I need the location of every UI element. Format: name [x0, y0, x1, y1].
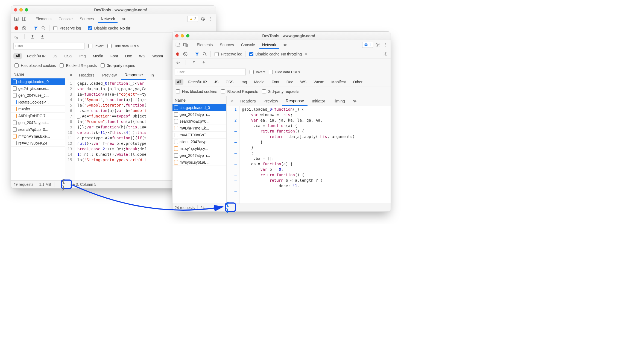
tab-elements[interactable]: Elements	[194, 41, 215, 49]
upload-har-icon[interactable]	[191, 60, 197, 66]
request-row[interactable]: m=sy1r,sybt,sy...	[172, 145, 226, 152]
more-icon[interactable]: ⋮	[382, 42, 388, 48]
filter-input[interactable]: Filter	[13, 43, 84, 49]
request-row[interactable]: cb=gapi.loaded_0	[172, 104, 226, 111]
chip-ws[interactable]: WS	[298, 79, 309, 85]
chip-js[interactable]: JS	[51, 53, 59, 59]
chip-ws[interactable]: WS	[137, 53, 148, 59]
tab-headers[interactable]: Headers	[237, 96, 259, 105]
request-row[interactable]: A6DkqFxHDGl7...	[11, 113, 65, 119]
hide-data-urls-checkbox[interactable]: Hide data URLs	[268, 69, 300, 75]
tab-sources[interactable]: Sources	[77, 15, 96, 23]
maximize-icon[interactable]	[25, 8, 28, 11]
chip-wasm[interactable]: Wasm	[150, 53, 165, 59]
filter-input[interactable]: Filter	[175, 69, 246, 75]
request-row[interactable]: gen_204?atyp=i...	[172, 152, 226, 159]
chip-css[interactable]: CSS	[62, 53, 74, 59]
close-icon[interactable]: ×	[68, 73, 75, 78]
blocked-requests-checkbox[interactable]: Blocked Requests	[58, 63, 97, 68]
disable-cache-checkbox[interactable]: Disable cache	[87, 25, 118, 31]
tab-response[interactable]: Response	[121, 70, 146, 80]
close-icon[interactable]	[175, 34, 178, 37]
chip-media[interactable]: Media	[91, 53, 106, 59]
chip-doc[interactable]: Doc	[284, 79, 295, 85]
chip-wasm[interactable]: Wasm	[311, 79, 326, 85]
settings-icon[interactable]	[375, 42, 381, 48]
column-header-name[interactable]: Name	[172, 96, 226, 104]
tab-response[interactable]: Response	[282, 96, 308, 106]
chip-img[interactable]: Img	[77, 53, 88, 59]
tab-elements[interactable]: Elements	[33, 15, 54, 23]
chip-doc[interactable]: Doc	[123, 53, 134, 59]
request-row[interactable]: cb=gapi.loaded_0	[11, 78, 65, 85]
disable-cache-checkbox[interactable]: Disable cache	[248, 51, 280, 57]
request-row[interactable]: search?q&cp=0...	[11, 126, 65, 133]
request-row[interactable]: gen_204?use_c...	[11, 92, 65, 99]
close-icon[interactable]: ×	[229, 99, 236, 104]
tab-console[interactable]: Console	[56, 15, 75, 23]
network-settings-icon[interactable]	[382, 51, 388, 57]
request-row[interactable]: m=DhPYme,Ek...	[172, 125, 226, 132]
clear-icon[interactable]	[21, 25, 27, 31]
upload-har-icon[interactable]	[30, 34, 36, 40]
network-conditions-icon[interactable]: ⚙	[13, 34, 19, 40]
chip-img[interactable]: Img	[238, 79, 249, 85]
tab-initiator[interactable]: In	[147, 70, 157, 80]
tabs-overflow[interactable]: ≫	[349, 96, 360, 106]
tab-preview[interactable]: Preview	[260, 96, 281, 105]
request-row[interactable]: RotateCookiesP...	[11, 99, 65, 106]
tab-headers[interactable]: Headers	[76, 70, 98, 80]
chip-fetch[interactable]: Fetch/XHR	[186, 79, 209, 85]
tabs-overflow[interactable]: ≫	[280, 41, 290, 49]
settings-icon[interactable]	[200, 16, 206, 22]
request-row[interactable]: client_204?atyp...	[172, 139, 226, 145]
has-blocked-cookies-checkbox[interactable]: Has blocked cookies	[175, 89, 217, 94]
request-row[interactable]: get?rt=j&sourcei...	[11, 85, 65, 92]
request-row[interactable]: rs=ACT90oGsT...	[172, 132, 226, 139]
search-icon[interactable]	[40, 25, 46, 31]
tab-network[interactable]: Network	[259, 41, 279, 49]
chip-other[interactable]: Other	[351, 79, 365, 85]
close-icon[interactable]	[14, 8, 17, 11]
invert-checkbox[interactable]: Invert	[87, 43, 104, 49]
issues-chip[interactable]: ▲2	[187, 16, 198, 22]
network-conditions-icon[interactable]	[175, 60, 181, 66]
chip-manifest[interactable]: Manifest	[329, 79, 348, 85]
third-party-checkbox[interactable]: 3rd-party requests	[261, 89, 299, 94]
invert-checkbox[interactable]: Invert	[248, 69, 265, 75]
blocked-requests-checkbox[interactable]: Blocked Requests	[220, 89, 258, 94]
minimize-icon[interactable]	[19, 8, 23, 11]
has-blocked-cookies-checkbox[interactable]: Has blocked cookies	[13, 63, 56, 68]
request-row[interactable]: m=DhPYme,Eke...	[11, 133, 65, 140]
chip-fetch[interactable]: Fetch/XHR	[25, 53, 48, 59]
record-button[interactable]	[175, 51, 181, 57]
response-source[interactable]: 1 – 2 – – – – – – – – – – – – – gapi.loa…	[227, 106, 391, 204]
chip-font[interactable]: Font	[270, 79, 282, 85]
filter-icon[interactable]	[194, 51, 200, 57]
throttling-select[interactable]: No throttling ▾	[281, 52, 307, 56]
request-row[interactable]: rs=ACT90oFKZ4	[11, 140, 65, 147]
hide-data-urls-checkbox[interactable]: Hide data URLs	[106, 43, 139, 49]
tab-network[interactable]: Network	[98, 15, 118, 23]
minimize-icon[interactable]	[181, 34, 184, 37]
preserve-log-checkbox[interactable]: Preserve log	[213, 51, 242, 57]
third-party-checkbox[interactable]: 3rd-party reques	[99, 63, 135, 68]
request-row[interactable]: m=hfcr	[11, 106, 65, 113]
clear-icon[interactable]	[182, 51, 188, 57]
download-har-icon[interactable]	[39, 34, 45, 40]
tab-initiator[interactable]: Initiator	[309, 96, 329, 105]
tab-console[interactable]: Console	[238, 41, 258, 49]
more-icon[interactable]: ⋮	[207, 16, 213, 22]
record-button[interactable]	[13, 25, 19, 31]
request-row[interactable]: gen_204?atyp=i...	[11, 119, 65, 126]
preserve-log-checkbox[interactable]: Preserve log	[52, 25, 81, 31]
column-header-name[interactable]: Name	[11, 70, 65, 78]
chip-all[interactable]: All	[13, 53, 22, 59]
device-icon[interactable]	[21, 16, 27, 22]
device-icon[interactable]	[182, 42, 188, 48]
chip-css[interactable]: CSS	[223, 79, 236, 85]
tabs-overflow[interactable]: ≫	[119, 15, 129, 23]
chip-js[interactable]: JS	[212, 79, 221, 85]
chip-media[interactable]: Media	[252, 79, 267, 85]
issues-chip[interactable]: 1	[362, 42, 373, 48]
